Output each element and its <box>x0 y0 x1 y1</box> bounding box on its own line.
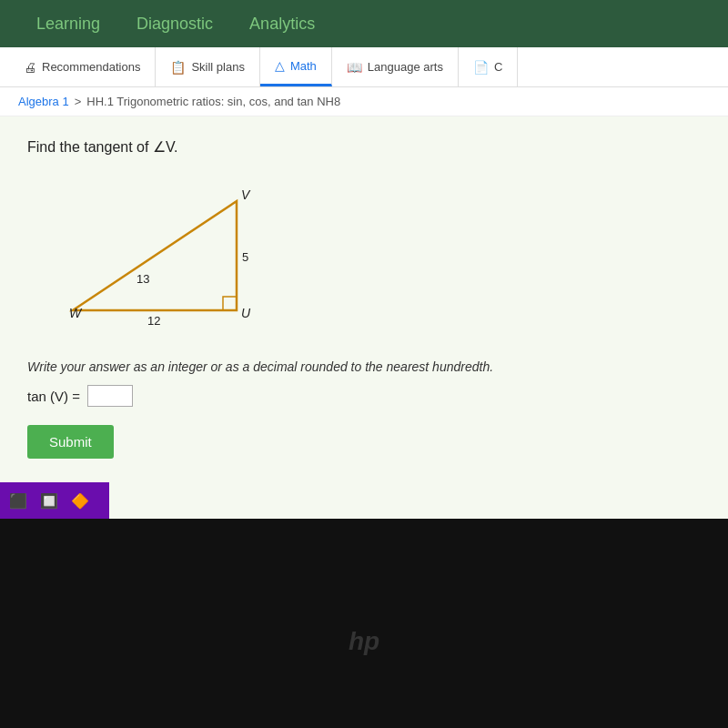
subnav-skillplans-label: Skill plans <box>191 60 245 74</box>
breadcrumb-separator: > <box>75 95 82 108</box>
laptop-bezel: hp <box>0 519 728 728</box>
sub-nav: 🖨 Recommendations 📋 Skill plans △ Math 📖… <box>0 47 728 87</box>
taskbar-fire-icon[interactable]: 🔶 <box>71 492 89 510</box>
languagearts-icon: 📖 <box>347 60 362 75</box>
svg-rect-1 <box>223 297 237 310</box>
vertex-v: V <box>241 187 251 202</box>
subnav-skillplans[interactable]: 📋 Skill plans <box>156 47 260 86</box>
triangle-svg: W U V 13 5 12 <box>46 174 300 338</box>
side-opposite-label: 5 <box>242 250 248 264</box>
submit-button[interactable]: Submit <box>27 425 114 459</box>
subnav-math[interactable]: △ Math <box>260 47 332 86</box>
subnav-c[interactable]: 📄 C <box>459 47 518 86</box>
top-nav: Learning Diagnostic Analytics <box>0 0 728 47</box>
subnav-recommendations-label: Recommendations <box>42 60 140 74</box>
nav-diagnostic[interactable]: Diagnostic <box>118 2 231 46</box>
equation-label: tan (V) = <box>27 389 80 404</box>
side-hypotenuse-label: 13 <box>136 272 149 286</box>
taskbar-square-icon[interactable]: ⬛ <box>9 492 27 510</box>
math-icon: △ <box>275 58 285 73</box>
answer-input[interactable] <box>87 385 133 407</box>
subnav-c-label: C <box>494 60 502 74</box>
skillplans-icon: 📋 <box>170 60 186 75</box>
vertex-u: U <box>241 306 251 320</box>
triangle-diagram: W U V 13 5 12 <box>46 174 701 341</box>
taskbar: ⬛ 🔲 🔶 <box>0 482 109 519</box>
vertex-w: W <box>69 306 83 320</box>
side-adjacent-label: 12 <box>147 314 160 328</box>
nav-learning[interactable]: Learning <box>18 2 118 46</box>
answer-row: tan (V) = <box>27 385 701 407</box>
c-icon: 📄 <box>473 60 489 75</box>
breadcrumb-current: HH.1 Trigonometric ratios: sin, cos, and… <box>86 95 340 108</box>
breadcrumb: Algebra 1 > HH.1 Trigonometric ratios: s… <box>0 87 728 116</box>
subnav-languagearts-label: Language arts <box>368 60 443 74</box>
main-content: Find the tangent of ∠V. W U V 13 5 12 Wr… <box>0 116 728 553</box>
hp-logo: hp <box>349 627 379 656</box>
subnav-languagearts[interactable]: 📖 Language arts <box>332 47 459 86</box>
recommendations-icon: 🖨 <box>24 60 36 75</box>
taskbar-browser-icon[interactable]: 🔲 <box>40 492 58 510</box>
breadcrumb-parent[interactable]: Algebra 1 <box>18 95 69 108</box>
svg-marker-0 <box>73 201 237 310</box>
nav-analytics[interactable]: Analytics <box>231 2 333 46</box>
question-text: Find the tangent of ∠V. <box>27 138 701 156</box>
subnav-recommendations[interactable]: 🖨 Recommendations <box>9 47 156 86</box>
subnav-math-label: Math <box>290 59 317 73</box>
instruction-text: Write your answer as an integer or as a … <box>27 359 701 374</box>
